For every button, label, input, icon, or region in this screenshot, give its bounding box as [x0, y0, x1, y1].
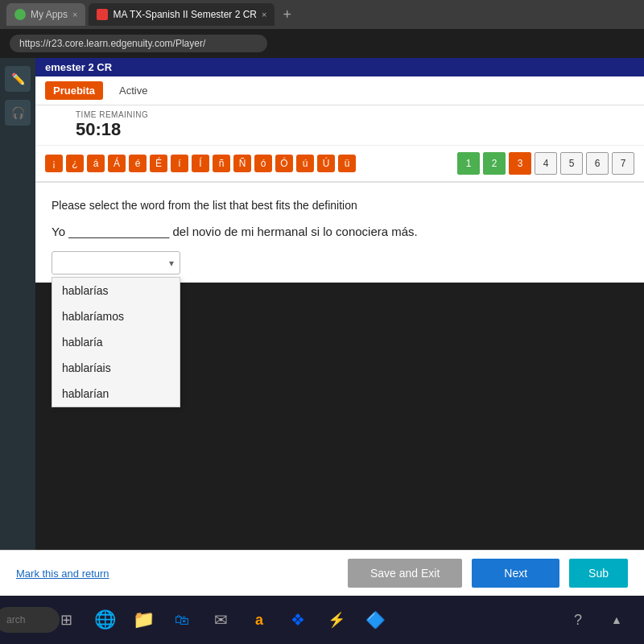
taskbar-help-icon[interactable]: ?	[564, 605, 592, 634]
char-btn-exclaim[interactable]: ¡	[45, 155, 63, 172]
taskbar-taskview-icon[interactable]: ⊞	[52, 605, 80, 634]
dropdown-list-item-4[interactable]: hablaríais	[52, 355, 180, 381]
app-header: emester 2 CR	[35, 58, 644, 76]
dropdown-list-item-5[interactable]: hablarían	[52, 381, 180, 407]
bottom-bar: Mark this and return Save and Exit Next …	[0, 550, 644, 596]
char-btn-e-acute[interactable]: é	[129, 155, 147, 172]
dropdown-list-item-2[interactable]: hablaríamos	[52, 303, 180, 329]
char-btn-N-tilde[interactable]: Ñ	[233, 155, 251, 172]
submit-button[interactable]: Sub	[569, 559, 628, 588]
sentence-after: del novio de mi hermanal si lo conociera…	[172, 225, 417, 238]
char-btn-o-acute[interactable]: ó	[254, 155, 272, 172]
tab-edgenuity[interactable]: MA TX-Spanish II Semester 2 CR ×	[89, 3, 275, 26]
active-status-label: Active	[119, 85, 147, 97]
dropdown-container: hablarías hablaríamos hablaría hablaríai…	[52, 251, 180, 275]
address-bar	[0, 29, 644, 58]
myapps-icon	[14, 9, 26, 20]
tab-myapps-label: My Apps	[31, 9, 68, 20]
next-button[interactable]: Next	[472, 559, 559, 588]
edgenuity-icon	[97, 9, 108, 20]
char-btn-question[interactable]: ¿	[66, 155, 84, 172]
mail-icon: ✉	[214, 610, 228, 630]
special-chars-bar: ¡ ¿ á Á é É í Í ñ Ñ ó Ó ú Ú ü 1 2 3 4 5 …	[35, 146, 644, 183]
close-tab-edgenuity[interactable]: ×	[262, 10, 266, 19]
dropbox-icon: ❖	[291, 610, 305, 630]
folder-icon: 📁	[133, 609, 155, 630]
taskbar-edge-icon[interactable]: 🌐	[90, 605, 119, 634]
char-btn-E-acute[interactable]: É	[150, 155, 167, 172]
taskbar-mail-icon[interactable]: ✉	[206, 605, 235, 634]
headphones-icon[interactable]: 🎧	[5, 100, 31, 126]
timer-section: TIME REMAINING 50:18	[35, 105, 644, 146]
question-instruction: Please select the word from the list tha…	[52, 199, 628, 212]
time-remaining-label: TIME REMAINING	[76, 110, 148, 119]
new-tab-button[interactable]: +	[278, 6, 296, 23]
char-btn-A-acute[interactable]: Á	[108, 155, 126, 172]
pruebita-label: Pruebita	[45, 81, 103, 100]
address-input[interactable]	[10, 35, 267, 52]
save-exit-button[interactable]: Save and Exit	[348, 559, 462, 588]
char-btn-u-umlaut[interactable]: ü	[338, 155, 356, 172]
dropdown-list-item-1[interactable]: hablarías	[52, 278, 180, 303]
question-nav-2[interactable]: 2	[483, 152, 506, 175]
dropdown-list: hablarías hablaríamos hablaría hablaríai…	[52, 277, 180, 407]
question-area: Please select the word from the list tha…	[35, 183, 644, 283]
question-nav-4[interactable]: 4	[535, 152, 557, 175]
question-nav: 1 2 3 4 5 6 7	[457, 152, 634, 175]
taskbar-chevron-icon[interactable]: ▲	[602, 605, 631, 634]
dropdown-list-item-3[interactable]: hablaría	[52, 329, 180, 355]
taskbar-folder-icon[interactable]: 📁	[129, 605, 158, 634]
taskbar-search-input[interactable]	[0, 607, 60, 633]
amazon-icon: a	[255, 612, 263, 629]
taskbar-dropbox-icon[interactable]: ❖	[283, 605, 312, 634]
window-title: emester 2 CR	[45, 61, 112, 73]
word-select[interactable]: hablarías hablaríamos hablaría hablaríai…	[52, 251, 180, 275]
chevron-up-icon: ▲	[611, 613, 622, 626]
taskbar-msoffice-icon[interactable]: 🔷	[361, 605, 390, 634]
char-btn-O-acute[interactable]: Ó	[275, 155, 293, 172]
browser-chrome: My Apps × MA TX-Spanish II Semester 2 CR…	[0, 0, 644, 58]
taskbar-amazon-icon[interactable]: a	[245, 605, 274, 634]
question-nav-5[interactable]: 5	[560, 152, 583, 175]
char-btn-a-acute[interactable]: á	[87, 155, 105, 172]
pencil-icon[interactable]: ✏️	[5, 66, 31, 92]
taskbar-search-area	[13, 605, 42, 634]
sentence-before: Yo	[52, 225, 65, 238]
question-nav-6[interactable]: 6	[586, 152, 609, 175]
sentence-blank: _______________	[68, 225, 172, 238]
char-btn-u-acute[interactable]: ú	[296, 155, 314, 172]
taskbar-lightning-icon[interactable]: ⚡	[322, 605, 351, 634]
msoffice-icon: 🔷	[365, 610, 386, 630]
tab-myapps[interactable]: My Apps ×	[6, 3, 85, 26]
taskview-icon: ⊞	[60, 611, 72, 629]
store-icon: 🛍	[175, 612, 189, 629]
taskbar-store-icon[interactable]: 🛍	[167, 605, 196, 634]
help-icon: ?	[574, 612, 582, 629]
close-tab-myapps[interactable]: ×	[72, 10, 77, 19]
edge-icon: 🌐	[94, 609, 116, 630]
char-btn-U-acute[interactable]: Ú	[317, 155, 335, 172]
question-sentence: Yo _______________ del novio de mi herma…	[52, 225, 628, 238]
tab-bar: My Apps × MA TX-Spanish II Semester 2 CR…	[0, 0, 644, 29]
taskbar: ⊞ 🌐 📁 🛍 ✉ a ❖ ⚡ 🔷 ? ▲	[0, 596, 644, 644]
char-btn-I-acute[interactable]: Í	[192, 155, 209, 172]
lightning-icon: ⚡	[328, 611, 345, 629]
char-btn-n-tilde[interactable]: ñ	[213, 155, 230, 172]
question-nav-3[interactable]: 3	[509, 152, 531, 175]
char-btn-i-acute[interactable]: í	[171, 155, 188, 172]
left-panel: ✏️ 🎧	[0, 58, 35, 596]
timer-box: TIME REMAINING 50:18	[76, 110, 148, 140]
mark-return-link[interactable]: Mark this and return	[16, 568, 109, 580]
tab-edgenuity-label: MA TX-Spanish II Semester 2 CR	[113, 9, 257, 20]
question-nav-7[interactable]: 7	[612, 152, 634, 175]
time-value: 50:18	[76, 119, 148, 140]
pruebita-bar: Pruebita Active	[35, 76, 644, 105]
question-nav-1[interactable]: 1	[457, 152, 480, 175]
main-content: emester 2 CR Pruebita Active TIME REMAIN…	[35, 58, 644, 283]
